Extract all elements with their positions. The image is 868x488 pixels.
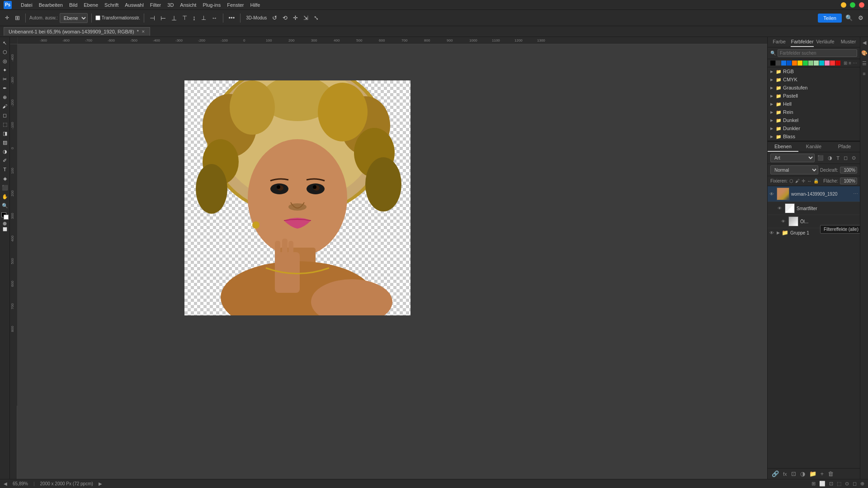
layer-item-woman[interactable]: 👁 woman-1439909_1920 ⋯ [768, 186, 860, 202]
swatch-teal[interactable] [819, 61, 824, 66]
folder-rein[interactable]: ▶ 📁 Rein [768, 108, 860, 116]
tool-dodge[interactable]: ◑ [1, 147, 9, 155]
align-top-btn[interactable]: ⊤ [180, 14, 189, 22]
tool-eraser[interactable]: ◨ [1, 129, 9, 137]
delete-layer-btn[interactable]: 🗑 [826, 470, 835, 478]
layer-item-oil[interactable]: 👁 Öl... Filtereffekte (alle) [768, 215, 860, 228]
share-button[interactable]: Teilen [818, 14, 842, 23]
tool-crop[interactable]: ✂ [1, 75, 9, 83]
properties-icon[interactable]: ≡ [862, 70, 866, 77]
rotate-btn[interactable]: ↺ [270, 14, 279, 22]
orbit-btn[interactable]: ⟲ [281, 14, 289, 22]
swatch-blue[interactable] [781, 61, 786, 66]
tab-muster[interactable]: Muster [837, 37, 860, 47]
swatch-darkgray[interactable] [776, 61, 781, 66]
status-icon-5[interactable]: ⊙ [845, 481, 849, 487]
swatch-blue2[interactable] [787, 61, 792, 66]
add-link-btn[interactable]: 🔗 [770, 470, 780, 478]
menu-datei[interactable]: Datei [21, 2, 33, 8]
add-swatch-icon[interactable]: ⊞ [844, 61, 847, 66]
document-tab[interactable]: Unbenannt-1 bei 65,9% (woman-1439909_192… [4, 27, 150, 36]
tab-verlaufe[interactable]: Verläufe [814, 37, 837, 47]
folder-hell[interactable]: ▶ 📁 Hell [768, 100, 860, 108]
settings-btn[interactable]: ⚙ [856, 14, 865, 22]
status-icon-3[interactable]: ⊡ [829, 481, 833, 487]
swatch-orange[interactable] [792, 61, 797, 66]
folder-cmyk[interactable]: ▶ 📁 CMYK [768, 75, 860, 84]
swatch-red2[interactable] [835, 61, 840, 66]
swatch-pink[interactable] [825, 61, 830, 66]
tool-move[interactable]: ↖ [1, 39, 9, 47]
tab-close-icon[interactable]: ✕ [142, 29, 145, 34]
menu-filter[interactable]: Filter [150, 2, 161, 8]
search-btn[interactable]: 🔍 [844, 14, 854, 22]
transform-checkbox[interactable] [95, 15, 100, 20]
align-left-btn[interactable]: ⊣ [148, 14, 157, 23]
layer-item-gruppe[interactable]: 👁 ▶ 📁 Gruppe 1 ⋯ [768, 228, 860, 237]
close-button[interactable] [859, 2, 864, 8]
color-search-input[interactable] [778, 49, 857, 57]
opacity-value[interactable]: 100% [840, 167, 857, 174]
add-mask-btn[interactable]: ⊡ [790, 470, 797, 478]
tool-shape[interactable]: ⬛ [1, 183, 9, 192]
layers-icon[interactable]: ☰ [861, 60, 868, 67]
tool-clone[interactable]: ◻ [1, 111, 9, 119]
fill-value[interactable]: 100% [840, 178, 857, 184]
pan-btn[interactable]: ✛ [291, 14, 300, 22]
more-options-btn[interactable]: ••• [227, 14, 237, 22]
eye-icon-smartfilter[interactable]: 👁 [778, 206, 783, 211]
menu-hilfe[interactable]: Hilfe [250, 2, 260, 8]
tool-text[interactable]: T [1, 165, 9, 174]
menu-ebene[interactable]: Ebene [84, 2, 98, 8]
eye-icon-gruppe[interactable]: 👁 [769, 230, 775, 235]
swatch-red1[interactable] [830, 61, 835, 66]
tool-gradient[interactable]: ▨ [1, 138, 9, 146]
swatch-lightgreen[interactable] [814, 61, 819, 66]
move-tool-btn[interactable]: ✛ [3, 14, 11, 22]
lock-all-icon[interactable]: 🔒 [813, 178, 819, 183]
tab-farbfelder[interactable]: Farbfelder [791, 37, 814, 47]
swatch-yellow[interactable] [797, 61, 802, 66]
filter-adjust-btn[interactable]: ◑ [826, 155, 834, 161]
menu-bild[interactable]: Bild [69, 2, 77, 8]
align-bottom-btn[interactable]: ⊥ [199, 14, 208, 22]
snap-icon[interactable]: ⊞ [13, 14, 22, 22]
tool-zoom[interactable]: 🔍 [1, 202, 9, 210]
status-icon-6[interactable]: ◻ [853, 481, 857, 487]
add-group-btn[interactable]: 📁 [808, 470, 818, 478]
folder-graustufen[interactable]: ▶ 📁 Graustufen [768, 84, 860, 92]
status-icon-1[interactable]: ⊞ [811, 481, 816, 487]
layer-kind-filter[interactable]: Art [770, 154, 815, 162]
status-icon-4[interactable]: ⬚ [837, 481, 841, 487]
align-vmid-btn[interactable]: ↨ [191, 14, 198, 22]
folder-rgb[interactable]: ▶ 📁 RGB [768, 67, 860, 75]
gruppe-more-icon[interactable]: ⋯ [854, 230, 858, 235]
menu-fenster[interactable]: Fenster [227, 2, 244, 8]
eye-icon-oil[interactable]: 👁 [781, 219, 787, 224]
tool-marquee[interactable]: ⬡ [1, 48, 9, 56]
tool-lasso[interactable]: ◎ [1, 57, 9, 65]
status-icon-7[interactable]: ⊕ [860, 481, 864, 487]
list-view-icon[interactable]: ≡ [849, 61, 851, 66]
align-hmid-btn[interactable]: ↔ [210, 14, 219, 22]
tab-farbe[interactable]: Farbe [768, 37, 791, 47]
lock-artboard-icon[interactable]: ✛ [802, 178, 805, 183]
nav-next-btn[interactable]: ▶ [99, 481, 102, 486]
tool-hand[interactable]: ✋ [1, 192, 9, 201]
quick-mask-btn[interactable]: ⬤ [3, 221, 7, 225]
align-right-btn[interactable]: ⊥ [170, 14, 179, 23]
menu-auswahl[interactable]: Auswahl [125, 2, 144, 8]
tool-brush[interactable]: 🖌 [1, 102, 9, 110]
swatch-green1[interactable] [803, 61, 808, 66]
tab-pfade[interactable]: Pfade [829, 142, 860, 152]
lock-position-icon[interactable]: ↔ [807, 178, 811, 183]
add-adjustment-btn[interactable]: ◑ [799, 470, 807, 478]
status-icon-2[interactable]: ⬜ [819, 481, 826, 487]
maximize-button[interactable] [850, 2, 855, 8]
tool-history[interactable]: ⬚ [1, 120, 9, 128]
lock-transparent-icon[interactable]: ⬡ [789, 178, 793, 183]
align-center-btn[interactable]: ⊢ [159, 14, 168, 23]
menu-plugins[interactable]: Plug-ins [203, 2, 221, 8]
tool-path-select[interactable]: ◈ [1, 174, 9, 183]
filter-pixel-btn[interactable]: ⬛ [816, 155, 825, 161]
